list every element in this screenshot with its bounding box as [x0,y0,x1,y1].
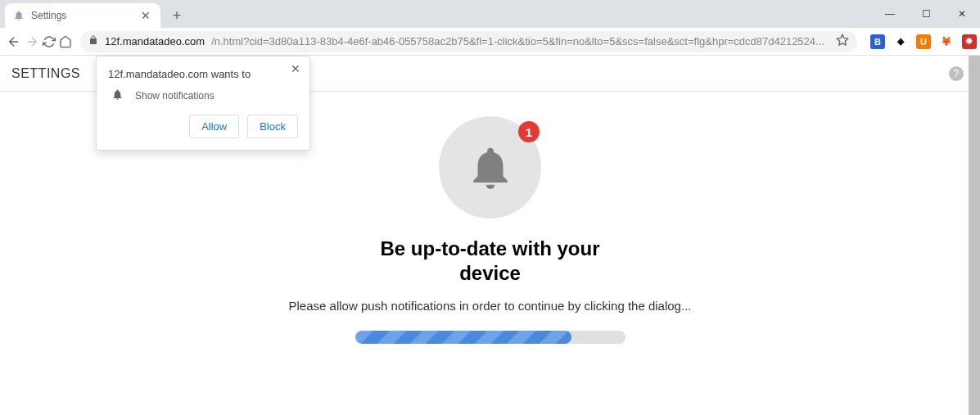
block-button[interactable]: Block [247,115,298,138]
progress-bar [355,331,625,344]
permission-popup: ✕ 12f.mandatadeo.com wants to Show notif… [96,56,310,151]
permission-buttons: Allow Block [108,115,298,138]
extension-icon[interactable]: U [916,34,931,49]
svg-marker-0 [837,34,847,45]
maximize-button[interactable]: ☐ [908,0,944,28]
permission-title: 12f.mandatadeo.com wants to [108,68,298,80]
address-bar[interactable]: 12f.mandatadeo.com/n.html?cid=3d80a113-8… [80,31,857,52]
notification-badge: 1 [518,121,540,142]
subline: Please allow push notifications in order… [289,299,692,313]
window-controls: — ☐ ✕ [872,0,980,28]
extension-icon[interactable]: B [870,34,885,49]
browser-toolbar: 12f.mandatadeo.com/n.html?cid=3d80a113-8… [0,28,980,56]
permission-request-row: Show notifications [108,88,298,103]
url-host: 12f.mandatadeo.com [105,35,205,47]
reload-button[interactable] [43,30,56,53]
bookmark-star-icon[interactable] [836,34,849,49]
permission-request-text: Show notifications [135,90,215,101]
extension-icon[interactable]: 🦊 [939,34,954,49]
headline-line2: device [381,261,600,286]
window-close-button[interactable]: ✕ [944,0,980,28]
extension-icons: B ◈ U 🦊 ✸ ▦ [865,34,980,49]
bell-graphic: 1 [439,116,541,219]
scrollbar-thumb[interactable] [969,56,980,415]
tab-title: Settings [31,10,133,21]
vertical-scrollbar[interactable] [969,56,980,415]
lock-icon [88,35,98,47]
browser-tab[interactable]: Settings ✕ [5,3,160,28]
new-tab-button[interactable]: + [165,4,188,27]
popup-close-button[interactable]: ✕ [288,61,303,76]
home-button[interactable] [59,30,72,53]
tab-bar: Settings ✕ + — ☐ ✕ [0,0,980,28]
tab-close-button[interactable]: ✕ [139,9,152,22]
headline: Be up-to-date with your device [381,237,600,286]
help-icon[interactable]: ? [949,66,964,81]
extension-icon[interactable]: ✸ [962,34,977,49]
progress-fill [355,331,571,344]
bell-icon [111,88,124,103]
bell-icon [13,10,25,21]
back-button[interactable] [7,30,21,53]
forward-button[interactable] [25,30,39,53]
allow-button[interactable]: Allow [189,115,239,138]
url-path: /n.html?cid=3d80a113-83b4-4e6f-ab46-0557… [211,35,824,47]
extension-icon[interactable]: ◈ [893,34,908,49]
page-title: SETTINGS [11,66,80,81]
minimize-button[interactable]: — [872,0,908,28]
headline-line1: Be up-to-date with your [381,237,600,261]
